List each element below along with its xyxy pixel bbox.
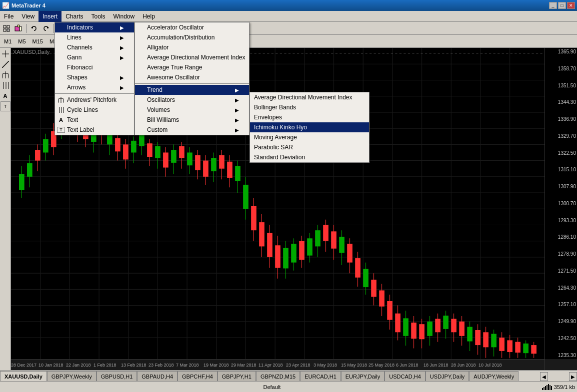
tab-scroll-left[interactable]: ◀	[540, 372, 548, 381]
svg-rect-163	[403, 318, 408, 336]
trend-envelopes[interactable]: Envelopes	[250, 112, 369, 122]
ind-trend[interactable]: Trend ▶	[135, 85, 249, 95]
title-bar-title: MetaTrader 4	[12, 2, 46, 8]
menu-window[interactable]: Window	[110, 11, 139, 22]
ind-accumulation[interactable]: Accumulation/Distribution	[135, 32, 249, 42]
close-button[interactable]: ✕	[567, 2, 575, 9]
insert-menu[interactable]: Indicators ▶ Lines ▶ Channels ▶ Gann ▶ F…	[54, 22, 134, 135]
menu-insert[interactable]: Insert	[38, 11, 62, 22]
svg-rect-183	[483, 332, 488, 347]
trend-standard-deviation[interactable]: Standard Deviation	[250, 152, 369, 162]
new-chart-btn[interactable]	[1, 23, 12, 34]
custom-arrow: ▶	[235, 127, 239, 133]
text-label-tool[interactable]: T	[0, 101, 10, 111]
svg-rect-149	[347, 244, 352, 263]
text-label-icon: T	[57, 127, 65, 133]
svg-rect-173	[443, 316, 448, 329]
ind-oscillators[interactable]: Oscillators ▶	[135, 95, 249, 105]
tab-eurjpy-daily[interactable]: EURJPY,Daily	[341, 371, 385, 381]
ind-bill-williams[interactable]: Bill Williams ▶	[135, 115, 249, 125]
menu-view[interactable]: View	[18, 11, 38, 22]
separator-ind-1	[135, 83, 249, 84]
price-1264: 1264.30	[546, 285, 576, 291]
svg-rect-161	[395, 314, 400, 333]
tab-gbpnzd-m15[interactable]: GBPNZD,M15	[256, 371, 300, 381]
menu-gann[interactable]: Gann ▶	[55, 52, 134, 62]
price-1235: 1235.30	[546, 353, 576, 358]
ind-admi[interactable]: Average Directional Movement Index	[135, 52, 249, 62]
line-tool[interactable]	[0, 59, 10, 69]
minimize-button[interactable]: _	[549, 2, 557, 9]
price-1322: 1322.50	[546, 150, 576, 156]
price-1336: 1336.90	[546, 116, 576, 122]
tab-eurcad-h1[interactable]: EURCAD,H1	[300, 371, 341, 381]
menu-arrows[interactable]: Arrows ▶	[55, 82, 134, 92]
cycle-lines-icon	[57, 107, 65, 113]
tab-xauusd-daily[interactable]: XAUUSD,Daily	[0, 371, 47, 381]
trend-moving-average[interactable]: Moving Average	[250, 132, 369, 142]
trend-bollinger[interactable]: Bollinger Bands	[250, 102, 369, 112]
trend-ichimoku[interactable]: Ichimoku Kinko Hyo	[250, 122, 369, 132]
undo-btn[interactable]	[28, 23, 40, 34]
ind-alligator[interactable]: Alligator	[135, 42, 249, 52]
svg-rect-133	[283, 248, 288, 269]
menu-tools[interactable]: Tools	[88, 11, 110, 22]
time-label-10: 11 Apr 2018	[258, 363, 283, 368]
svg-rect-193	[523, 344, 528, 353]
menu-fibonacci[interactable]: Fibonacci	[55, 62, 134, 72]
text-tool[interactable]: A	[0, 91, 10, 101]
svg-rect-179	[467, 327, 472, 342]
svg-rect-200	[546, 385, 548, 390]
ind-awesome[interactable]: Awesome Oscillator	[135, 72, 249, 82]
svg-rect-113	[203, 161, 208, 177]
svg-rect-199	[545, 386, 546, 390]
menu-file[interactable]: File	[0, 11, 18, 22]
trend-parabolic-sar[interactable]: Parabolic SAR	[250, 142, 369, 152]
indicators-submenu[interactable]: Accelerator Oscillator Accumulation/Dist…	[134, 22, 250, 135]
menu-text[interactable]: A Text	[55, 115, 134, 125]
menu-pitchfork[interactable]: Andrews' Pitchfork	[55, 95, 134, 105]
maximize-button[interactable]: □	[558, 2, 566, 9]
menu-indicators[interactable]: Indicators ▶	[55, 22, 134, 32]
svg-rect-201	[548, 384, 549, 390]
svg-rect-123	[243, 185, 248, 209]
tab-scroll-right[interactable]: ▶	[569, 372, 577, 381]
time-label-9: 29 Mar 2018	[231, 363, 256, 368]
tf-m1[interactable]: M1	[1, 36, 14, 46]
tab-audjpy-weekly[interactable]: AUDJPY,Weekly	[469, 371, 518, 381]
menu-lines[interactable]: Lines ▶	[55, 32, 134, 42]
ind-volumes[interactable]: Volumes ▶	[135, 105, 249, 115]
tab-gbpaud-h4[interactable]: GBPAUD,H4	[137, 371, 178, 381]
svg-rect-181	[475, 330, 480, 345]
tab-gbpusd-h1[interactable]: GBPUSD,H1	[96, 371, 138, 381]
tab-gbpchf-h4[interactable]: GBPCHF,H4	[178, 371, 218, 381]
menu-shapes[interactable]: Shapes ▶	[55, 72, 134, 82]
price-1315: 1315.10	[546, 167, 576, 172]
menu-text-label[interactable]: T Text Label	[55, 125, 134, 135]
redo-btn[interactable]	[40, 23, 52, 34]
menu-channels[interactable]: Channels ▶	[55, 42, 134, 52]
open-btn[interactable]	[13, 23, 24, 34]
svg-rect-117	[219, 155, 224, 169]
ind-atr[interactable]: Average True Range	[135, 62, 249, 72]
price-1358: 1358.70	[546, 66, 576, 71]
title-bar-controls[interactable]: _ □ ✕	[549, 2, 575, 9]
cycle-lines-tool[interactable]	[0, 80, 10, 90]
menu-help[interactable]: Help	[138, 11, 159, 22]
tab-gbpjpy-h1[interactable]: GBPJPY,H1	[218, 371, 256, 381]
svg-line-23	[2, 61, 9, 68]
ind-accelerator[interactable]: Accelerator Oscillator	[135, 22, 249, 32]
crosshair-tool[interactable]	[0, 49, 10, 59]
trend-submenu[interactable]: Average Directional Movement Index Bolli…	[250, 92, 370, 163]
ind-custom[interactable]: Custom ▶	[135, 125, 249, 135]
pitchfork-tool[interactable]	[0, 70, 10, 80]
tf-m15[interactable]: M15	[30, 36, 46, 46]
tab-usdcad-h4[interactable]: USDCAD,H4	[384, 371, 426, 381]
menu-cycle-lines[interactable]: Cycle Lines	[55, 105, 134, 115]
gann-arrow: ▶	[120, 55, 124, 60]
trend-admi[interactable]: Average Directional Movement Index	[250, 92, 369, 102]
menu-charts[interactable]: Charts	[62, 11, 87, 22]
tab-gbpjpy-weekly[interactable]: GBPJPY,Weekly	[47, 371, 96, 381]
tab-usdjpy-daily[interactable]: USDJPY,Daily	[426, 371, 470, 381]
tf-m5[interactable]: M5	[15, 36, 28, 46]
